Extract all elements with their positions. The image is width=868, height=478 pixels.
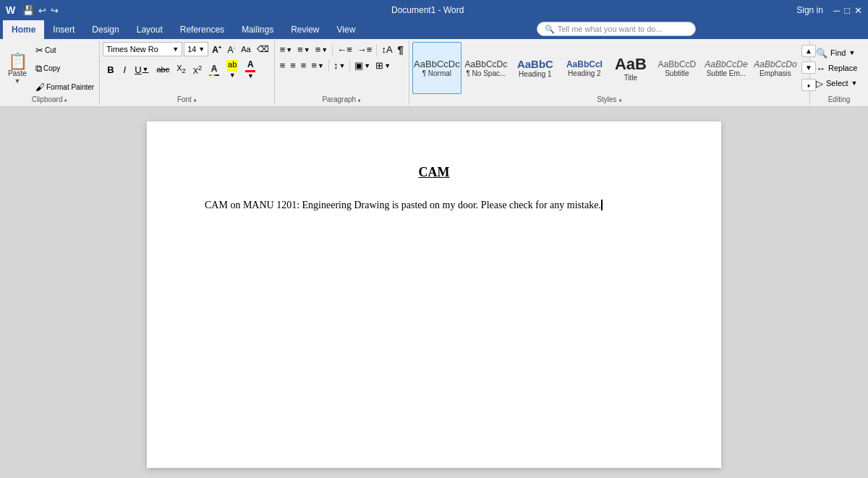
tab-review[interactable]: Review: [282, 20, 328, 39]
style-normal-preview: AaBbCcDc: [414, 59, 460, 69]
justify-button[interactable]: ≡▼: [309, 59, 326, 72]
replace-icon: ↔: [816, 63, 825, 74]
clipboard-group-label: Clipboard⬧: [3, 95, 96, 103]
tell-me-placeholder: Tell me what you want to do...: [558, 25, 663, 33]
style-no-spacing[interactable]: AaBbCcDc ¶ No Spac...: [461, 42, 511, 94]
style-title-preview: AaB: [615, 55, 647, 74]
paste-button[interactable]: 📋 Paste ▼: [3, 42, 32, 95]
align-left-button[interactable]: ≡: [278, 59, 288, 72]
styles-group-label: Styles⬧: [412, 95, 807, 103]
subscript-button[interactable]: X2: [174, 62, 188, 76]
change-case-button[interactable]: Aa: [239, 44, 252, 54]
font-color-button[interactable]: A ▼: [242, 58, 258, 81]
style-emphasis-label: Emphasis: [760, 69, 791, 77]
style-normal[interactable]: AaBbCcDc ¶ Normal: [412, 42, 461, 94]
highlight-button[interactable]: ab ▼: [224, 59, 241, 80]
select-button[interactable]: ▷ Select ▼: [813, 77, 865, 90]
replace-button[interactable]: ↔ Replace: [813, 61, 865, 75]
borders-button[interactable]: ⊞▼: [373, 59, 393, 72]
italic-button[interactable]: I: [120, 63, 130, 77]
style-subtitle-label: Subtitle: [665, 69, 689, 77]
underline-button[interactable]: U▼: [131, 63, 152, 77]
search-icon: 🔍: [545, 25, 555, 34]
style-no-spacing-preview: AaBbCcDc: [465, 59, 508, 69]
style-normal-label: ¶ Normal: [422, 69, 451, 77]
style-emphasis-preview: AaBbCcDo: [754, 59, 796, 69]
text-effects-button[interactable]: A: [206, 62, 222, 77]
style-title[interactable]: AaB Title: [609, 42, 652, 94]
font-size-selector[interactable]: 14▼: [184, 42, 208, 56]
font-name-selector[interactable]: Times New Ro▼: [103, 42, 182, 56]
bold-button[interactable]: B: [103, 62, 118, 77]
cut-button[interactable]: ✂ Cut: [33, 44, 96, 56]
decrease-indent-button[interactable]: ←≡: [335, 43, 354, 56]
style-heading1-preview: AaBbC: [517, 58, 553, 70]
style-no-spacing-label: ¶ No Spac...: [466, 69, 506, 77]
style-subtitle-preview: AaBbCcD: [658, 59, 697, 69]
line-spacing-button[interactable]: ↕▼: [331, 59, 347, 72]
style-subtle-emphasis-preview: AaBbCcDe: [705, 59, 747, 69]
style-heading2-label: Heading 2: [568, 69, 601, 77]
undo-icon[interactable]: ↩: [38, 5, 46, 16]
word-icon: W: [6, 4, 15, 16]
style-heading2[interactable]: AaBbCcI Heading 2: [560, 42, 609, 94]
style-subtle-emphasis[interactable]: AaBbCcDe Subtle Em...: [702, 42, 751, 94]
document-body[interactable]: CAM on MANU 1201: Engineering Drawing is…: [205, 197, 663, 213]
copy-button[interactable]: ⧉ Copy: [33, 62, 96, 75]
show-paragraph-button[interactable]: ¶: [396, 42, 406, 57]
tab-mailings[interactable]: Mailings: [233, 20, 282, 39]
tab-layout[interactable]: Layout: [128, 20, 171, 39]
format-painter-icon: 🖌: [35, 82, 45, 93]
sort-button[interactable]: ↕A: [379, 43, 394, 56]
close-icon[interactable]: ✕: [854, 5, 862, 16]
strikethrough-button[interactable]: abc: [153, 64, 172, 75]
paste-dropdown-icon[interactable]: ▼: [14, 77, 21, 85]
tab-insert[interactable]: Insert: [44, 20, 83, 39]
font-group-label: Font⬧: [103, 95, 271, 103]
align-center-button[interactable]: ≡: [288, 59, 298, 72]
document-page: CAM CAM on MANU 1201: Engineering Drawin…: [147, 121, 721, 468]
minimize-icon[interactable]: ─: [833, 5, 840, 16]
multilevel-button[interactable]: ≡▼: [313, 43, 331, 56]
redo-icon[interactable]: ↪: [51, 5, 59, 16]
cursor: [601, 200, 603, 210]
style-title-label: Title: [624, 74, 638, 82]
align-right-button[interactable]: ≡: [299, 59, 309, 72]
tab-design[interactable]: Design: [83, 20, 127, 39]
editing-group-label: Editing: [813, 95, 865, 103]
select-icon: ▷: [816, 78, 823, 89]
style-emphasis[interactable]: AaBbCcDo Emphasis: [751, 42, 800, 94]
font-shrink-button[interactable]: A-: [225, 43, 237, 56]
style-heading1[interactable]: AaBbC Heading 1: [511, 42, 560, 94]
clear-formatting-button[interactable]: ⌫: [255, 43, 271, 55]
tell-me-input[interactable]: 🔍 Tell me what you want to do...: [537, 22, 696, 36]
style-subtle-emphasis-label: Subtle Em...: [707, 69, 746, 77]
title-bar-text: Document1 - Word: [63, 5, 792, 15]
shading-button[interactable]: ▣▼: [352, 59, 373, 72]
paragraph-group-label: Paragraph⬧: [278, 95, 406, 103]
numbering-button[interactable]: ≡▼: [295, 43, 312, 56]
font-grow-button[interactable]: A+: [210, 43, 224, 56]
copy-icon: ⧉: [35, 63, 42, 74]
style-heading2-preview: AaBbCcI: [566, 59, 603, 69]
tab-home[interactable]: Home: [3, 20, 44, 39]
restore-icon[interactable]: □: [844, 5, 850, 16]
find-icon: 🔍: [816, 48, 827, 59]
style-subtitle[interactable]: AaBbCcD Subtitle: [652, 42, 702, 94]
bullets-button[interactable]: ≡▼: [278, 43, 295, 56]
save-icon[interactable]: 💾: [22, 5, 34, 16]
cut-icon: ✂: [35, 45, 43, 56]
document-body-text: CAM on MANU 1201: Engineering Drawing is…: [205, 200, 601, 210]
paste-icon: 📋: [8, 54, 27, 69]
superscript-button[interactable]: X2: [190, 63, 205, 77]
format-painter-button[interactable]: 🖌 Format Painter: [33, 81, 96, 93]
style-heading1-label: Heading 1: [519, 70, 552, 78]
tab-references[interactable]: References: [171, 20, 233, 39]
sign-in-button[interactable]: Sign in: [796, 5, 823, 15]
document-title: CAM: [205, 165, 663, 180]
tab-view[interactable]: View: [328, 20, 365, 39]
increase-indent-button[interactable]: →≡: [355, 43, 375, 56]
find-button[interactable]: 🔍 Find ▼: [813, 46, 865, 60]
